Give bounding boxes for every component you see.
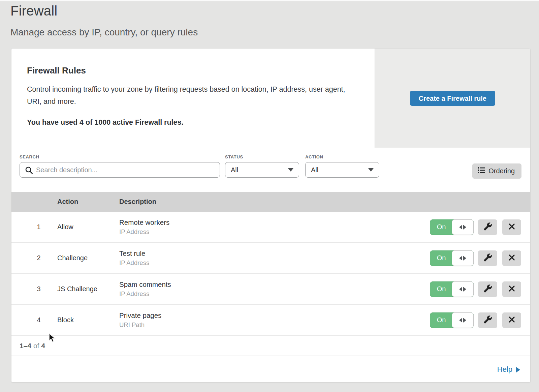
status-selected-value: All	[231, 166, 238, 174]
help-link-label: Help	[497, 365, 512, 374]
toggle-arrows-icon	[452, 219, 474, 235]
rules-usage-count: You have used 4 of 1000 active Firewall …	[27, 118, 354, 127]
search-icon	[25, 166, 33, 176]
close-icon	[508, 223, 515, 231]
rule-enabled-toggle[interactable]: On	[430, 219, 474, 235]
toggle-on-label: On	[430, 220, 452, 235]
card-header-text: Firewall Rules Control incoming traffic …	[11, 49, 375, 148]
ordering-button[interactable]: Ordering	[472, 163, 521, 179]
rule-description: Remote workers	[119, 218, 430, 227]
chevron-down-icon	[288, 168, 293, 172]
rule-description: Spam comments	[119, 280, 430, 289]
delete-rule-button[interactable]	[502, 312, 521, 328]
table-row: 4 Block Private pages URI Path On	[11, 305, 530, 336]
rule-priority: 2	[11, 254, 57, 262]
rule-match-type: IP Address	[119, 290, 430, 298]
table-header: Action Description	[11, 192, 530, 212]
toggle-on-label: On	[430, 282, 452, 297]
action-selected-value: All	[311, 166, 318, 174]
rule-description: Private pages	[119, 311, 430, 320]
rule-action: Block	[57, 316, 119, 324]
wrench-icon	[483, 222, 492, 232]
rule-enabled-toggle[interactable]: On	[430, 312, 474, 328]
card-header-action-panel: Create a Firewall rule	[375, 49, 530, 148]
toggle-arrows-icon	[452, 250, 474, 266]
close-icon	[508, 254, 515, 262]
rule-match-type: URI Path	[119, 321, 430, 329]
wrench-icon	[483, 284, 492, 294]
table-row: 1 Allow Remote workers IP Address On	[11, 212, 530, 243]
filter-bar: SEARCH STATUS All ACTION All	[11, 148, 530, 192]
pagination-range: 1–4 of 4	[20, 342, 45, 350]
rule-priority: 4	[11, 316, 57, 324]
range-start-end: 1–4	[20, 342, 31, 350]
help-row: Help	[11, 356, 530, 383]
chevron-down-icon	[368, 168, 374, 172]
rules-heading: Firewall Rules	[27, 65, 354, 76]
status-select[interactable]: All	[225, 162, 299, 178]
rule-match-type: IP Address	[119, 228, 430, 236]
pagination-row: 1–4 of 4	[11, 336, 530, 356]
rule-match-type: IP Address	[119, 259, 430, 267]
rule-enabled-toggle[interactable]: On	[430, 281, 474, 297]
search-input[interactable]	[20, 162, 220, 177]
column-header-description: Description	[119, 198, 530, 206]
toggle-on-label: On	[430, 251, 452, 266]
rules-description: Control incoming traffic to your zone by…	[27, 83, 347, 108]
wrench-icon	[483, 315, 492, 325]
toggle-arrows-icon	[452, 312, 474, 328]
delete-rule-button[interactable]	[502, 219, 521, 235]
card-header: Firewall Rules Control incoming traffic …	[11, 49, 530, 148]
edit-rule-button[interactable]	[478, 219, 497, 235]
range-of-label: of	[33, 342, 39, 350]
table-row: 2 Challenge Test rule IP Address On	[11, 243, 530, 274]
close-icon	[508, 285, 515, 293]
rule-priority: 3	[11, 285, 57, 293]
search-label: SEARCH	[20, 154, 220, 159]
edit-rule-button[interactable]	[478, 312, 497, 328]
toggle-on-label: On	[430, 313, 452, 328]
column-header-action: Action	[57, 198, 119, 206]
create-firewall-rule-button[interactable]: Create a Firewall rule	[410, 91, 495, 106]
table-row: 3 JS Challenge Spam comments IP Address …	[11, 274, 530, 305]
ordering-button-label: Ordering	[488, 167, 515, 175]
action-label: ACTION	[305, 154, 379, 159]
delete-rule-button[interactable]	[502, 250, 521, 266]
rule-action: JS Challenge	[57, 285, 119, 293]
rule-action: Challenge	[57, 254, 119, 262]
range-total: 4	[41, 342, 45, 350]
delete-rule-button[interactable]	[502, 281, 521, 297]
page-subtitle: Manage access by IP, country, or query r…	[10, 27, 198, 38]
help-link[interactable]: Help	[497, 365, 520, 374]
help-arrow-icon	[516, 367, 520, 373]
edit-rule-button[interactable]	[478, 250, 497, 266]
page-title: Firewall	[10, 3, 57, 19]
rule-description: Test rule	[119, 249, 430, 258]
status-label: STATUS	[225, 154, 299, 159]
rule-action: Allow	[57, 223, 119, 231]
action-select[interactable]: All	[305, 162, 379, 178]
ordering-list-icon	[478, 167, 485, 175]
rule-enabled-toggle[interactable]: On	[430, 250, 474, 266]
firewall-rules-card: Firewall Rules Control incoming traffic …	[11, 48, 531, 383]
search-box	[20, 162, 220, 178]
close-icon	[508, 316, 515, 324]
toggle-arrows-icon	[452, 281, 474, 297]
rule-priority: 1	[11, 223, 57, 231]
wrench-icon	[483, 253, 492, 263]
window-top-strip	[0, 0, 539, 1]
edit-rule-button[interactable]	[478, 281, 497, 297]
